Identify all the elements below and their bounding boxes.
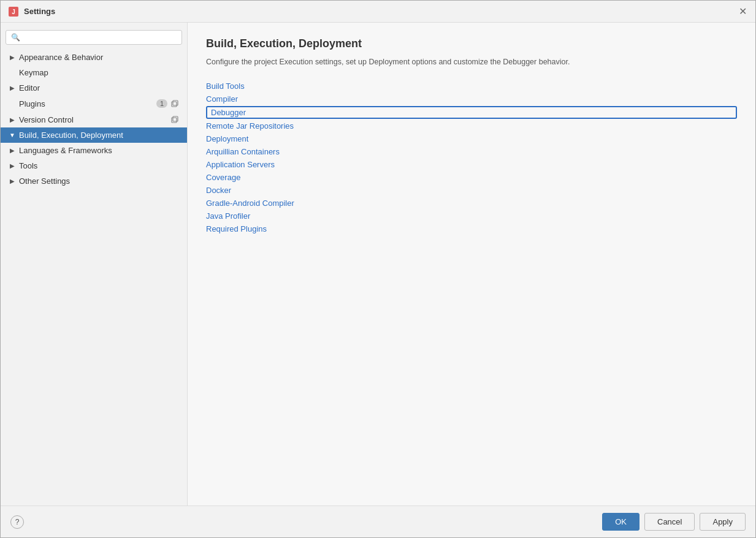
expand-arrow-icon: ▶ (8, 146, 17, 155)
sidebar-item-plugins[interactable]: Plugins1 (1, 96, 187, 112)
bottom-left: ? (10, 515, 24, 529)
svg-rect-2 (172, 102, 177, 107)
sidebar-item-label-keymap: Keymap (19, 68, 180, 77)
sidebar-item-languages[interactable]: ▶Languages & Frameworks (1, 143, 187, 158)
svg-rect-5 (173, 116, 178, 121)
search-container (1, 28, 187, 50)
sidebar-item-tools[interactable]: ▶Tools (1, 158, 187, 173)
apply-button[interactable]: Apply (700, 513, 746, 531)
sub-nav-item-compiler[interactable]: Compiler (206, 93, 737, 105)
copy-icon[interactable] (170, 99, 180, 108)
sub-nav-item-debugger[interactable]: Debugger (206, 106, 737, 119)
expand-arrow-icon: ▶ (8, 115, 17, 124)
sub-nav-item-arquillian[interactable]: Arquillian Containers (206, 146, 737, 157)
cancel-button[interactable]: Cancel (644, 513, 695, 531)
app-icon: J (8, 6, 19, 17)
sidebar-item-label-languages: Languages & Frameworks (19, 146, 180, 155)
help-button[interactable]: ? (10, 515, 24, 529)
sub-nav-item-java-profiler[interactable]: Java Profiler (206, 210, 737, 222)
ok-button[interactable]: OK (602, 513, 640, 531)
bottom-right: OK Cancel Apply (602, 513, 746, 531)
nav-list: ▶Appearance & BehaviorKeymap▶EditorPlugi… (1, 50, 187, 189)
sidebar-item-appearance[interactable]: ▶Appearance & Behavior (1, 50, 187, 65)
close-button[interactable]: ✕ (737, 6, 748, 17)
bottom-bar: ? OK Cancel Apply (1, 506, 755, 537)
settings-dialog: J Settings ✕ ▶Appearance & BehaviorKeyma… (0, 0, 756, 538)
expand-arrow-icon: ▼ (8, 131, 17, 140)
sidebar-item-label-other: Other Settings (19, 176, 180, 186)
title-bar: J Settings ✕ (1, 1, 755, 23)
sub-nav-list: Build ToolsCompilerDebuggerRemote Jar Re… (206, 80, 737, 235)
sub-nav-item-app-servers[interactable]: Application Servers (206, 159, 737, 170)
sub-nav-item-deployment[interactable]: Deployment (206, 133, 737, 145)
sub-nav-item-remote-jar[interactable]: Remote Jar Repositories (206, 120, 737, 132)
sidebar-item-label-tools: Tools (19, 161, 180, 170)
sidebar-item-keymap[interactable]: Keymap (1, 65, 187, 80)
sub-nav-item-coverage[interactable]: Coverage (206, 172, 737, 183)
expand-arrow-icon: ▶ (8, 53, 17, 62)
expand-arrow-icon: ▶ (8, 177, 17, 186)
sub-nav-item-docker[interactable]: Docker (206, 184, 737, 196)
title-bar-left: J Settings (8, 6, 55, 17)
search-input[interactable] (6, 30, 182, 45)
expand-arrow-icon: ▶ (8, 84, 17, 93)
sidebar: ▶Appearance & BehaviorKeymap▶EditorPlugi… (1, 23, 188, 506)
copy-icon[interactable] (170, 115, 180, 124)
svg-text:J: J (12, 9, 15, 15)
sub-nav-item-gradle-android[interactable]: Gradle-Android Compiler (206, 197, 737, 209)
sidebar-item-label-appearance: Appearance & Behavior (19, 53, 180, 62)
sidebar-item-label-build: Build, Execution, Deployment (19, 131, 180, 140)
window-title: Settings (24, 7, 55, 16)
svg-rect-3 (173, 100, 178, 105)
sidebar-item-other[interactable]: ▶Other Settings (1, 173, 187, 189)
expand-arrow-icon: ▶ (8, 162, 17, 170)
main-content: ▶Appearance & BehaviorKeymap▶EditorPlugi… (1, 23, 755, 506)
sidebar-item-version-control[interactable]: ▶Version Control (1, 112, 187, 127)
content-area: Build, Execution, Deployment Configure t… (188, 23, 755, 506)
sidebar-item-build[interactable]: ▼Build, Execution, Deployment (1, 127, 187, 143)
sub-nav-item-required-plugins[interactable]: Required Plugins (206, 223, 737, 235)
sidebar-item-label-editor: Editor (19, 83, 180, 93)
sub-nav-item-build-tools[interactable]: Build Tools (206, 80, 737, 92)
plugins-badge: 1 (156, 99, 167, 108)
content-title: Build, Execution, Deployment (206, 37, 737, 50)
content-description: Configure the project Execution settings… (206, 56, 737, 68)
svg-rect-4 (172, 118, 177, 123)
sidebar-item-label-version-control: Version Control (19, 115, 170, 124)
sidebar-item-editor[interactable]: ▶Editor (1, 80, 187, 96)
sidebar-item-label-plugins: Plugins (19, 99, 156, 108)
